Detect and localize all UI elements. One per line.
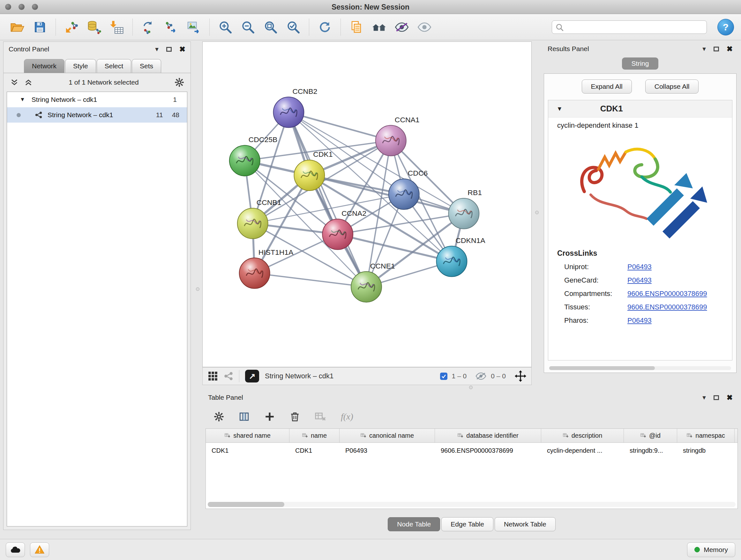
save-session-button[interactable] bbox=[30, 17, 50, 37]
collapse-all-icon[interactable] bbox=[10, 78, 19, 87]
open-session-button[interactable] bbox=[7, 17, 27, 37]
panel-float-icon[interactable] bbox=[166, 47, 172, 52]
network-node-RB1[interactable] bbox=[448, 198, 479, 229]
insert-column-icon[interactable] bbox=[239, 411, 250, 422]
network-node-CDC6[interactable] bbox=[389, 179, 419, 209]
column-header-canonical-name[interactable]: canonical name bbox=[340, 429, 435, 442]
crosslink-link[interactable]: 9606.ENSP00000378699 bbox=[627, 290, 707, 298]
network-node-CCNB2[interactable] bbox=[273, 97, 304, 128]
help-button[interactable]: ? bbox=[718, 19, 734, 36]
zoom-out-button[interactable] bbox=[238, 17, 258, 37]
show-all-button[interactable] bbox=[414, 17, 434, 37]
table-scrollbar-track[interactable] bbox=[208, 502, 736, 507]
network-collection-row[interactable]: ▼ String Network – cdk1 1 bbox=[7, 92, 187, 107]
column-header-description[interactable]: description bbox=[541, 429, 624, 442]
memory-button[interactable]: Memory bbox=[687, 543, 735, 557]
network-node-CDC25B[interactable] bbox=[229, 145, 260, 176]
column-header--id[interactable]: @id bbox=[624, 429, 677, 442]
hide-selected-button[interactable] bbox=[392, 17, 412, 37]
column-header-name[interactable]: name bbox=[289, 429, 340, 442]
tab-network[interactable]: Network bbox=[24, 59, 64, 73]
copy-document-button[interactable] bbox=[346, 17, 367, 37]
export-image-button[interactable] bbox=[184, 17, 204, 37]
column-header-namespac[interactable]: namespac bbox=[677, 429, 735, 442]
tab-select[interactable]: Select bbox=[97, 59, 131, 73]
gear-icon[interactable] bbox=[214, 412, 224, 422]
column-header-shared-name[interactable]: shared name bbox=[206, 429, 289, 442]
zoom-in-button[interactable] bbox=[215, 17, 235, 37]
crosslink-link[interactable]: 9606.ENSP00000378699 bbox=[627, 303, 707, 311]
expand-all-button[interactable]: Expand All bbox=[582, 79, 632, 94]
column-header-database-identifier[interactable]: database identifier bbox=[435, 429, 541, 442]
panel-menu-icon[interactable]: ▾ bbox=[702, 45, 706, 53]
houses-button[interactable] bbox=[369, 17, 389, 37]
section-expander-icon[interactable]: ▼ bbox=[556, 105, 562, 112]
zoom-fit-button[interactable] bbox=[260, 17, 281, 37]
import-table-button[interactable] bbox=[107, 17, 127, 37]
share-view-icon[interactable] bbox=[224, 371, 233, 381]
tree-expander-icon[interactable]: ▼ bbox=[20, 97, 25, 103]
export-network-button[interactable] bbox=[161, 17, 181, 37]
network-row[interactable]: String Network – cdk1 11 48 bbox=[7, 107, 187, 123]
tab-edge-table[interactable]: Edge Table bbox=[441, 517, 493, 531]
crosslink-link[interactable]: P06493 bbox=[627, 263, 652, 271]
network-node-HIST1H1A[interactable] bbox=[239, 258, 270, 289]
window-minimize-button[interactable] bbox=[18, 4, 24, 10]
network-canvas[interactable]: CCNB2CCNA1CDC25BCDK1CDC6RB1CCNB1CCNA2CDK… bbox=[202, 42, 532, 367]
import-network-file-button[interactable] bbox=[61, 17, 82, 37]
add-icon[interactable] bbox=[264, 411, 275, 422]
cloud-button[interactable] bbox=[6, 543, 25, 557]
zoom-selected-button[interactable] bbox=[283, 17, 304, 37]
panel-close-icon[interactable]: ✖ bbox=[727, 45, 733, 53]
panel-menu-icon[interactable]: ▾ bbox=[155, 45, 158, 53]
results-scrollbar[interactable] bbox=[549, 366, 731, 370]
scrollbar-thumb[interactable] bbox=[549, 366, 655, 370]
node-label-CDC6: CDC6 bbox=[408, 169, 428, 177]
gear-icon[interactable] bbox=[175, 78, 184, 87]
splitter-handle[interactable] bbox=[196, 287, 199, 291]
window-zoom-button[interactable] bbox=[32, 4, 38, 10]
table-scrollbar-thumb[interactable] bbox=[208, 502, 284, 507]
tab-string[interactable]: String bbox=[622, 57, 659, 70]
network-node-CDKN1A[interactable] bbox=[436, 246, 467, 277]
expand-all-icon[interactable] bbox=[24, 78, 33, 87]
new-network-from-selection-button[interactable] bbox=[138, 17, 158, 37]
network-node-CDK1[interactable] bbox=[294, 160, 325, 191]
panel-float-icon[interactable] bbox=[714, 395, 719, 400]
warnings-button[interactable] bbox=[30, 543, 49, 557]
trash-icon[interactable] bbox=[290, 411, 300, 422]
panel-float-icon[interactable] bbox=[714, 47, 719, 51]
import-network-database-button[interactable] bbox=[84, 17, 105, 37]
grid-view-icon[interactable] bbox=[208, 371, 218, 381]
refresh-view-button[interactable] bbox=[315, 17, 335, 37]
network-node-CCNA1[interactable] bbox=[376, 125, 406, 156]
panel-close-icon[interactable]: ✖ bbox=[727, 393, 733, 402]
network-node-CCNB1[interactable] bbox=[238, 208, 268, 239]
crosslink-link[interactable]: P06493 bbox=[627, 316, 652, 325]
crosslink-link[interactable]: P06493 bbox=[627, 276, 652, 285]
gene-section-header[interactable]: ▼ CDK1 bbox=[548, 100, 732, 118]
splitter-handle[interactable] bbox=[535, 211, 539, 214]
tab-sets[interactable]: Sets bbox=[132, 59, 161, 73]
window-close-button[interactable] bbox=[5, 4, 11, 10]
tab-node-table[interactable]: Node Table bbox=[388, 517, 440, 531]
network-node-CCNE1[interactable] bbox=[351, 272, 382, 302]
splitter-handle[interactable] bbox=[469, 386, 473, 389]
panel-close-icon[interactable]: ✖ bbox=[179, 45, 185, 54]
collapse-all-button[interactable]: Collapse All bbox=[645, 79, 699, 94]
birdseye-view-button[interactable]: ↗ bbox=[245, 370, 259, 382]
string-network-graph[interactable]: CCNB2CCNA1CDC25BCDK1CDC6RB1CCNB1CCNA2CDK… bbox=[203, 42, 531, 367]
network-edge-HIST1H1A-CCNE1[interactable] bbox=[255, 273, 366, 287]
selected-checkbox-icon[interactable] bbox=[440, 373, 448, 380]
network-edge-CCNB2-CCNE1[interactable] bbox=[288, 112, 366, 287]
search-input[interactable] bbox=[552, 20, 707, 34]
table-row[interactable]: CDK1CDK1P064939606.ENSP00000378699cyclin… bbox=[206, 443, 738, 458]
save-icon bbox=[33, 21, 46, 34]
tab-network-table[interactable]: Network Table bbox=[495, 517, 556, 531]
tab-style[interactable]: Style bbox=[65, 59, 96, 73]
hidden-eye-slash-icon bbox=[475, 372, 486, 380]
network-node-CCNA2[interactable] bbox=[322, 219, 353, 250]
network-arrows-icon bbox=[141, 20, 155, 34]
pan-crosshair-icon[interactable] bbox=[515, 370, 526, 382]
panel-menu-icon[interactable]: ▾ bbox=[702, 394, 706, 401]
